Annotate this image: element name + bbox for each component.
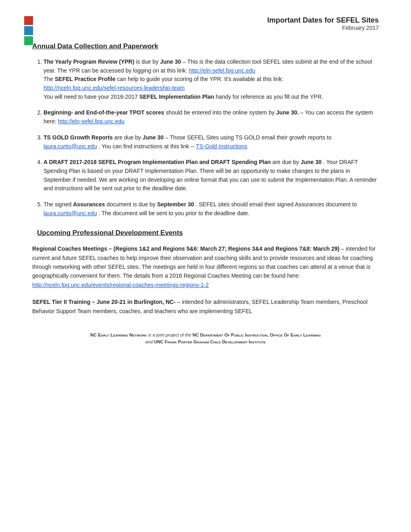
logo-block-blue (24, 26, 33, 35)
item1-bold3: SEFEL Practice Profile (55, 76, 116, 82)
item1-text: The Yearly Program Review (YPR) is due b… (44, 58, 372, 100)
list-item-4: A DRAFT 2017-2018 SEFEL Program Implemen… (44, 158, 379, 193)
section1-list: The Yearly Program Review (YPR) is due b… (32, 58, 379, 218)
item1-bold4: SEFEL Implementation Plan (139, 94, 214, 100)
list-item-5: The signed Assurances document is due by… (44, 200, 379, 218)
page-container: Important Dates for SEFEL Sites February… (0, 0, 411, 361)
item4-bold2: June 30 (301, 159, 322, 165)
item5-bold1: Assurances (73, 201, 105, 208)
pd1-bold1: Regional Coaches Meetings – (Regions 1&2… (32, 245, 339, 252)
list-item-1: The Yearly Program Review (YPR) is due b… (44, 58, 379, 101)
list-item-3: TS GOLD Growth Reports are due by June 3… (44, 133, 379, 151)
footer: NC Early Learning Network is a joint pro… (32, 332, 379, 345)
section-pd-events: Upcoming Professional Development Events… (32, 229, 379, 316)
list-item-2: Beginning- and End-of-the-year TPOT scor… (44, 108, 379, 126)
page-title: Important Dates for SEFEL Sites (32, 16, 379, 25)
item5-t2: document is due by (106, 201, 157, 208)
footer-line2: and UNC Frank Porter Graham Child Develo… (32, 339, 379, 345)
item5-bold2: September 30 (157, 201, 194, 208)
page-date: February 2017 (32, 25, 379, 31)
pd-paragraph-2: SEFEL Tier II Training – June 20-21 in B… (32, 297, 379, 316)
item2-bold2: June 30. (276, 109, 299, 116)
item5-t1: The signed (44, 201, 73, 208)
pd-paragraph-1: Regional Coaches Meetings – (Regions 1&2… (32, 244, 379, 289)
item1-t1: is due by (136, 58, 160, 65)
item3-t3: . You can find instructions at this link… (98, 143, 196, 150)
item3-bold1: TS GOLD Growth Reports (44, 134, 113, 141)
item1-t6: handy for reference as you fill out the … (216, 94, 323, 100)
section2-title: Upcoming Professional Development Events (37, 229, 379, 237)
logo-block-green (24, 36, 33, 45)
logo-block-red (24, 16, 33, 25)
header: Important Dates for SEFEL Sites February… (32, 16, 379, 31)
item3-link2[interactable]: TS-Gold Instructions (196, 143, 247, 150)
pd2-bold1: SEFEL Tier II Training – June 20-21 in B… (32, 299, 176, 305)
footer-line1: NC Early Learning Network is a joint pro… (32, 332, 379, 339)
section1-title: Annual Data Collection and Paperwork (32, 42, 379, 50)
footer-and: and (145, 339, 154, 344)
item1-t4: can help to guide your scoring of the YP… (117, 76, 284, 82)
footer-org: NC Early Learning Network (90, 332, 147, 337)
item3-t1: are due by (114, 134, 143, 141)
logo-blocks (24, 16, 33, 45)
pd1-link1[interactable]: http://nceln.fpg.unc.edu/events/regional… (32, 282, 209, 288)
section-annual-data: Annual Data Collection and Paperwork The… (32, 42, 379, 218)
item4-t1: are due by (272, 159, 301, 165)
item1-link2[interactable]: http://nceln.fpg.unc.edu/sefel-resources… (44, 85, 185, 91)
item2-t1: should be entered into the online system… (166, 109, 276, 116)
item3-bold2: June 30 (143, 134, 164, 141)
footer-text1: is a joint project of the (148, 332, 193, 337)
item1-t5: You will need to have your 2016-2017 (44, 94, 139, 100)
item4-bold1: A DRAFT 2017-2018 SEFEL Program Implemen… (44, 159, 271, 165)
footer-dept: NC Department Of Public Instruction, Off… (193, 332, 321, 337)
pd-paragraphs: Regional Coaches Meetings – (Regions 1&2… (32, 244, 379, 316)
item5-t4: . The document will be sent to you prior… (98, 210, 249, 216)
item5-t3: . SEFEL sites should email their signed … (195, 201, 357, 208)
item1-t3: The (44, 76, 55, 82)
item5-link1[interactable]: laura.curtis@unc.edu (44, 210, 97, 216)
item3-t2: – Those SEFEL Sites using TS GOLD email … (165, 134, 332, 141)
item2-link1[interactable]: http://eln-sefel.fpg.unc.edu (58, 118, 125, 125)
item2-bold1: Beginning- and End-of-the-year TPOT scor… (44, 109, 164, 116)
footer-unc: UNC Frank Porter Graham Child Developmen… (154, 339, 266, 344)
item1-bold2: June 30 (160, 58, 181, 65)
item3-link1[interactable]: laura.curtis@unc.edu (44, 143, 97, 150)
item1-bold1: The Yearly Program Review (YPR) (44, 58, 134, 65)
item1-link1[interactable]: http://eln-sefel.fpg.unc.edu (189, 67, 255, 74)
